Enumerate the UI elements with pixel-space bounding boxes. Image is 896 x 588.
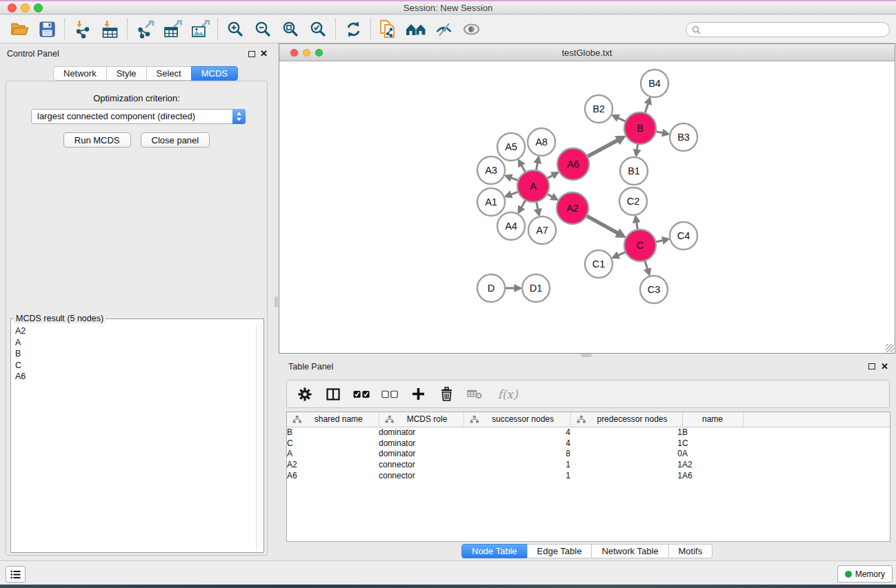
toolbar-separator	[64, 19, 65, 39]
tab-style[interactable]: Style	[106, 66, 147, 81]
toggle-column-panel-button[interactable]	[325, 385, 341, 403]
search-input[interactable]	[704, 25, 884, 34]
select-spinner-icon[interactable]	[232, 109, 246, 124]
export-table-button[interactable]	[159, 17, 186, 41]
toolbar-separator	[217, 19, 218, 39]
table-cell[interactable]: A2	[682, 459, 743, 470]
close-panel-button[interactable]: Close panel	[141, 132, 210, 148]
tab-network[interactable]: Network	[53, 66, 107, 81]
control-panel-float-button[interactable]	[248, 51, 255, 57]
table-cell[interactable]: connector	[379, 470, 464, 481]
show-graphics-details-button[interactable]	[430, 17, 457, 41]
birds-eye-view-button[interactable]	[457, 17, 485, 41]
table-cell[interactable]: 1	[570, 459, 682, 470]
open-session-button[interactable]	[6, 17, 33, 41]
toolbar-separator	[127, 19, 128, 39]
function-builder-button[interactable]: f(x)	[495, 385, 521, 403]
tab-edge-table[interactable]: Edge Table	[527, 544, 593, 558]
column-header-mcds-role[interactable]: MCDS role	[379, 412, 464, 427]
toolbar-separator	[335, 19, 336, 39]
column-header-predecessor-nodes[interactable]: predecessor nodes	[570, 412, 682, 427]
criterion-select[interactable]: largest connected component (directed)	[31, 109, 246, 124]
criterion-selected-value: largest connected component (directed)	[37, 111, 195, 121]
table-cell[interactable]: 4	[464, 438, 570, 449]
table-cell[interactable]: 8	[464, 448, 570, 459]
network-window-titlebar[interactable]: testGlobe.txt	[279, 44, 895, 61]
table-cell[interactable]: A6	[682, 470, 743, 481]
tab-node-table[interactable]: Node Table	[461, 544, 528, 558]
task-history-button[interactable]	[6, 566, 26, 582]
node-table-body: Bdominator41BCdominator41CAdominator80AA…	[287, 427, 890, 480]
table-cell[interactable]: 4	[464, 427, 570, 438]
table-cell[interactable]: dominator	[379, 427, 464, 438]
clear-all-checkboxes-button[interactable]	[381, 385, 398, 403]
table-row[interactable]: A2connector11A2	[287, 459, 890, 470]
horizontal-splitter-handle[interactable]	[581, 354, 592, 357]
tab-network-table[interactable]: Network Table	[591, 544, 668, 558]
zoom-out-button[interactable]	[249, 17, 277, 41]
memory-button[interactable]: Memory	[837, 565, 893, 582]
table-cell-filler	[743, 438, 890, 449]
result-scrollbar[interactable]	[256, 324, 262, 551]
delete-column-button[interactable]	[438, 385, 455, 403]
graph-node-label: B1	[628, 165, 640, 176]
graph-node-label: A5	[505, 141, 517, 152]
add-column-button[interactable]	[410, 385, 426, 403]
select-all-checkboxes-button[interactable]	[353, 385, 370, 403]
control-panel-close-button[interactable]: ✕	[260, 48, 268, 59]
refresh-layout-button[interactable]	[339, 17, 367, 41]
table-cell[interactable]: A6	[287, 470, 379, 481]
application-window: Session: New Session	[0, 0, 896, 588]
table-cell[interactable]: C	[287, 438, 379, 449]
tab-motifs[interactable]: Motifs	[668, 544, 713, 558]
table-row[interactable]: Bdominator41B	[287, 427, 890, 438]
table-cell[interactable]: 0	[570, 448, 682, 459]
zoom-in-button[interactable]	[221, 17, 249, 41]
export-image-button[interactable]	[186, 17, 214, 41]
table-row[interactable]: Adominator80A	[287, 448, 890, 459]
resize-grip-icon[interactable]	[886, 344, 894, 352]
table-panel-close-button[interactable]: ✕	[881, 361, 888, 372]
table-cell[interactable]: B	[682, 427, 743, 438]
run-mcds-button[interactable]: Run MCDS	[63, 132, 131, 148]
table-row[interactable]: Cdominator41C	[287, 438, 890, 449]
tab-mcds[interactable]: MCDS	[191, 66, 238, 81]
home-button[interactable]	[402, 17, 430, 41]
table-cell[interactable]: 1	[570, 470, 682, 481]
zoom-fit-icon	[282, 21, 299, 37]
delete-table-button[interactable]	[466, 385, 483, 403]
table-cell[interactable]: A2	[287, 459, 379, 470]
table-cell[interactable]: B	[287, 427, 379, 438]
table-row[interactable]: A6connector11A6	[287, 470, 890, 481]
table-cell[interactable]: dominator	[379, 438, 464, 449]
zoom-fit-button[interactable]	[277, 17, 304, 41]
save-session-button[interactable]	[33, 17, 61, 41]
show-graphics-details-icon	[435, 22, 452, 37]
table-cell[interactable]: 1	[570, 427, 682, 438]
column-header-shared-name[interactable]: shared name	[287, 412, 379, 427]
network-canvas[interactable]: B4B2BB3B1A5A8A6A3AA1C2A2A4A7C4CC1C3DD1	[279, 61, 895, 353]
table-cell[interactable]: A	[287, 448, 379, 459]
search-field[interactable]	[686, 22, 890, 37]
table-cell[interactable]: connector	[379, 459, 464, 470]
table-cell[interactable]: A	[682, 448, 743, 459]
vertical-splitter-handle[interactable]	[275, 296, 278, 307]
column-header-successor-nodes[interactable]: successor nodes	[464, 412, 570, 427]
export-network-button[interactable]	[131, 17, 159, 41]
table-panel-float-button[interactable]	[868, 363, 875, 369]
table-cell[interactable]: 1	[570, 438, 682, 449]
column-type-icon	[385, 416, 394, 423]
mcds-result-list: A2ABCA6	[12, 324, 255, 551]
table-settings-button[interactable]	[297, 385, 313, 403]
table-cell[interactable]: 1	[464, 459, 570, 470]
import-network-button[interactable]	[68, 17, 96, 41]
table-cell[interactable]: C	[682, 438, 743, 449]
clone-network-button[interactable]	[375, 17, 402, 41]
zoom-selected-button[interactable]	[304, 17, 332, 41]
import-table-button[interactable]	[96, 17, 123, 41]
memory-status-icon	[845, 571, 852, 578]
column-header-name[interactable]: name	[682, 412, 743, 427]
table-cell[interactable]: dominator	[379, 448, 464, 459]
table-cell[interactable]: 1	[464, 470, 570, 481]
tab-select[interactable]: Select	[146, 66, 192, 81]
